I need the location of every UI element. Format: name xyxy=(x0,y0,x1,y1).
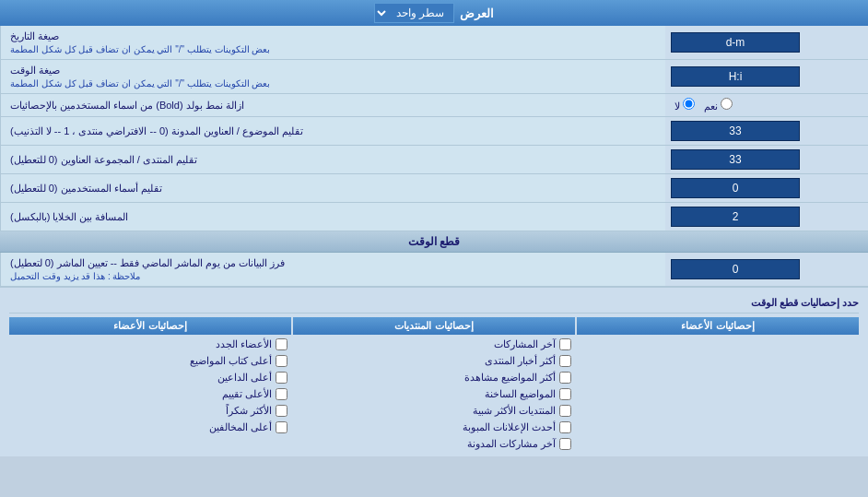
cutoff-main-label: فرز البيانات من يوم الماشر الماضي فقط --… xyxy=(10,257,285,269)
stats-item-col2-7: آخر مشاركات المدونة xyxy=(293,437,575,451)
stats-check-col1-6[interactable] xyxy=(276,421,287,433)
forum-trim-input-cell xyxy=(665,146,868,173)
stats-label-col1-4: الأعلى تقييم xyxy=(222,388,272,400)
stats-check-col1-3[interactable] xyxy=(276,372,287,384)
forum-trim-row: تقليم المنتدى / المجموعة العناوين (0 للت… xyxy=(0,146,868,174)
stats-col-3: إحصائيات الأعضاء xyxy=(577,317,859,451)
stats-item-col2-4: المواضيع الساخنة xyxy=(293,387,575,401)
stats-label-col1-6: أعلى المخالفين xyxy=(209,421,272,433)
display-header-bar: العرض سطر واحد سطرين ثلاثة أسطر xyxy=(0,0,868,26)
user-trim-label: تقليم أسماء المستخدمين (0 للتعطيل) xyxy=(0,174,665,202)
stats-col-1: إحصائيات الأعضاء الأعضاء الجدد أعلى كتاب… xyxy=(9,317,291,451)
stats-check-col2-5[interactable] xyxy=(559,405,571,417)
stats-item-col1-4: الأعلى تقييم xyxy=(9,387,291,401)
forum-trim-input[interactable] xyxy=(671,149,800,170)
date-format-sub-label: بعض التكوينات يتطلب "/" التي يمكن ان تضا… xyxy=(10,44,270,54)
stats-label-col1-2: أعلى كتاب المواضيع xyxy=(190,355,272,367)
topic-trim-input[interactable] xyxy=(671,121,800,141)
stats-title: حدد إحصاليات قطع الوقت xyxy=(9,293,859,314)
time-format-sub-label: بعض التكوينات يتطلب "/" التي يمكن ان تضا… xyxy=(10,78,270,89)
stats-item-col2-1: آخر المشاركات xyxy=(293,337,575,351)
stats-item-col2-3: أكثر المواضيع مشاهدة xyxy=(293,371,575,385)
date-format-label: صيغة التاريخ بعض التكوينات يتطلب "/" الت… xyxy=(0,26,665,59)
cutoff-input-cell xyxy=(665,253,868,286)
time-format-label: صيغة الوقت بعض التكوينات يتطلب "/" التي … xyxy=(0,60,665,93)
bold-remove-label: ازالة نمط بولد (Bold) من اسماء المستخدمي… xyxy=(0,94,665,116)
stats-col2-header: إحصائيات المنتديات xyxy=(293,317,575,335)
forum-trim-label: تقليم المنتدى / المجموعة العناوين (0 للت… xyxy=(0,146,665,173)
stats-check-col1-4[interactable] xyxy=(276,388,287,400)
stats-check-col1-1[interactable] xyxy=(276,338,287,350)
bold-remove-input-cell: نعم لا xyxy=(665,94,868,116)
stats-check-col2-2[interactable] xyxy=(559,355,571,367)
stats-col3-header: إحصائيات الأعضاء xyxy=(577,317,859,335)
stats-item-col2-5: المنتديات الأكثر شبية xyxy=(293,404,575,418)
stats-section: حدد إحصاليات قطع الوقت إحصائيات الأعضاء … xyxy=(0,287,868,456)
time-format-input[interactable] xyxy=(671,66,800,87)
main-container: العرض سطر واحد سطرين ثلاثة أسطر صيغة الت… xyxy=(0,0,868,456)
date-format-input[interactable] xyxy=(671,32,800,53)
stats-col-2: إحصائيات المنتديات آخر المشاركات أكثر أخ… xyxy=(293,317,575,451)
stats-label-col2-1: آخر المشاركات xyxy=(494,338,556,350)
stats-label-col1-1: الأعضاء الجدد xyxy=(216,338,272,350)
stats-item-col1-2: أعلى كتاب المواضيع xyxy=(9,354,291,368)
date-format-main-label: صيغة التاريخ xyxy=(10,30,59,42)
stats-check-col2-6[interactable] xyxy=(559,421,571,433)
forum-trim-main-label: تقليم المنتدى / المجموعة العناوين (0 للت… xyxy=(10,154,197,166)
bold-remove-row: نعم لا ازالة نمط بولد (Bold) من اسماء ال… xyxy=(0,94,868,117)
topic-trim-main-label: تقليم الموضوع / العناوين المدونة (0 -- ا… xyxy=(10,125,303,137)
cell-spacing-main-label: المسافة بين الخلايا (بالبكسل) xyxy=(10,211,129,223)
user-trim-main-label: تقليم أسماء المستخدمين (0 للتعطيل) xyxy=(10,183,162,195)
cutoff-sub-label: ملاحظة : هذا قد يزيد وقت التحميل xyxy=(10,271,140,281)
stats-label-col2-3: أكثر المواضيع مشاهدة xyxy=(464,372,556,384)
time-format-row: صيغة الوقت بعض التكوينات يتطلب "/" التي … xyxy=(0,60,868,94)
stats-item-col2-2: أكثر أخبار المنتدى xyxy=(293,354,575,368)
stats-grid: إحصائيات الأعضاء إحصائيات المنتديات آخر … xyxy=(9,317,859,451)
bold-radio-group: نعم لا xyxy=(674,98,733,112)
display-title: العرض xyxy=(460,6,494,20)
stats-col1-header: إحصائيات الأعضاء xyxy=(9,317,291,335)
stats-label-col2-7: آخر مشاركات المدونة xyxy=(467,438,556,450)
cutoff-section-header: قطع الوقت xyxy=(0,231,868,253)
bold-yes-label: نعم xyxy=(704,98,733,112)
cell-spacing-input-cell xyxy=(665,203,868,231)
stats-label-col1-3: أعلى الداعين xyxy=(217,372,272,384)
cutoff-label: فرز البيانات من يوم الماشر الماضي فقط --… xyxy=(0,253,665,286)
stats-check-col2-4[interactable] xyxy=(559,388,571,400)
time-format-input-cell xyxy=(665,60,868,93)
stats-check-col2-3[interactable] xyxy=(559,372,571,384)
user-trim-input[interactable] xyxy=(671,178,800,198)
stats-label-col2-6: أحدث الإعلانات المبوبة xyxy=(463,421,556,433)
user-trim-input-cell xyxy=(665,174,868,202)
stats-check-col1-5[interactable] xyxy=(276,405,287,417)
cell-spacing-input[interactable] xyxy=(671,207,800,227)
time-format-main-label: صيغة الوقت xyxy=(10,65,60,77)
bold-yes-radio[interactable] xyxy=(721,98,733,110)
stats-label-col1-5: الأكثر شكراً xyxy=(226,405,272,417)
cell-spacing-row: المسافة بين الخلايا (بالبكسل) xyxy=(0,203,868,231)
topic-trim-label: تقليم الموضوع / العناوين المدونة (0 -- ا… xyxy=(0,117,665,145)
stats-label-col2-5: المنتديات الأكثر شبية xyxy=(473,405,556,417)
stats-item-col1-3: أعلى الداعين xyxy=(9,371,291,385)
cutoff-title: قطع الوقت xyxy=(408,235,460,248)
cell-spacing-label: المسافة بين الخلايا (بالبكسل) xyxy=(0,203,665,231)
cutoff-input[interactable] xyxy=(671,259,800,279)
bold-remove-main-label: ازالة نمط بولد (Bold) من اسماء المستخدمي… xyxy=(10,100,244,112)
stats-check-col2-1[interactable] xyxy=(559,338,571,350)
date-format-row: صيغة التاريخ بعض التكوينات يتطلب "/" الت… xyxy=(0,26,868,60)
stats-check-col1-2[interactable] xyxy=(276,355,287,367)
bold-no-radio[interactable] xyxy=(683,98,695,110)
user-trim-row: تقليم أسماء المستخدمين (0 للتعطيل) xyxy=(0,174,868,203)
stats-label-col2-2: أكثر أخبار المنتدى xyxy=(485,355,556,367)
bold-no-label: لا xyxy=(674,98,695,112)
display-select[interactable]: سطر واحد سطرين ثلاثة أسطر xyxy=(374,3,454,23)
stats-item-col1-6: أعلى المخالفين xyxy=(9,420,291,434)
date-format-input-cell xyxy=(665,26,868,59)
cutoff-row: فرز البيانات من يوم الماشر الماضي فقط --… xyxy=(0,253,868,287)
topic-trim-input-cell xyxy=(665,117,868,145)
topic-trim-row: تقليم الموضوع / العناوين المدونة (0 -- ا… xyxy=(0,117,868,146)
stats-check-col2-7[interactable] xyxy=(559,438,571,450)
stats-item-col1-5: الأكثر شكراً xyxy=(9,404,291,418)
stats-item-col2-6: أحدث الإعلانات المبوبة xyxy=(293,420,575,434)
stats-item-col1-1: الأعضاء الجدد xyxy=(9,337,291,351)
